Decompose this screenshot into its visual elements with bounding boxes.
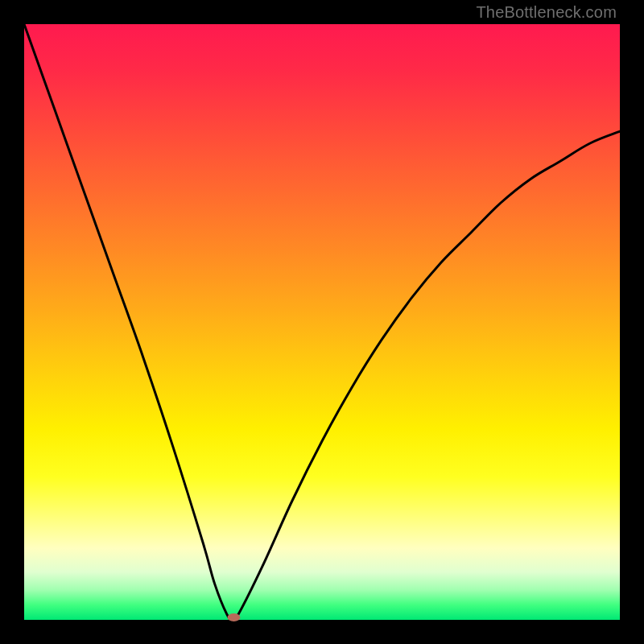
watermark-text: TheBottleneck.com	[476, 3, 617, 22]
chart-frame: TheBottleneck.com	[0, 0, 644, 644]
curve-layer	[24, 24, 620, 620]
plot-area	[24, 24, 620, 620]
bottleneck-curve-path	[24, 24, 620, 621]
optimal-point-marker	[227, 613, 240, 621]
